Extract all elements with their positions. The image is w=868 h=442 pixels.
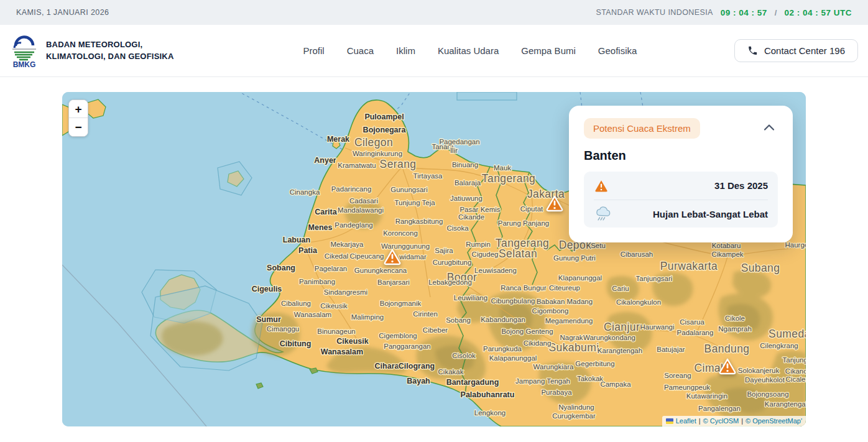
nav-profil[interactable]: Profil [303, 45, 325, 56]
map-label: Cipeucang [350, 252, 384, 260]
cyclosm-link[interactable]: © CyclOSM [703, 417, 739, 425]
region-title: Banten [584, 149, 778, 163]
map-attribution: Leaflet | © CyclOSM | © OpenStreetMap' [662, 416, 806, 426]
map-label: Sumur [256, 315, 281, 324]
map-label: Waringinkurung [353, 150, 402, 157]
map-label: Bantargadung [446, 378, 499, 387]
map-label: Babakan Madang [537, 298, 593, 305]
warning-condition: Hujan Lebat-Sangat Lebat [653, 209, 768, 219]
map-label: Pagelaran [315, 265, 347, 272]
map-label: Sobang [267, 264, 295, 272]
map-label: Rangkasbitung [395, 218, 443, 225]
map-label: Tirtayasa [413, 172, 443, 180]
map-label: Bojongsoang [747, 390, 788, 398]
map-label: Megamendung [545, 317, 593, 325]
contact-label: Contact Center 196 [764, 45, 845, 56]
map-label: Sumedang [769, 328, 806, 340]
map-label: Lengkong [474, 409, 506, 417]
map-label: Leuwisadeng [474, 267, 517, 274]
map-label: Haurgeulis [785, 241, 806, 249]
map-label: Purabaya [541, 389, 572, 396]
map-label: Menes [308, 223, 333, 232]
map-label: Warungkiara [533, 363, 574, 371]
map-label: Kalapanunggal [489, 354, 537, 362]
map-label: Patia [298, 246, 318, 255]
map-label: Mauk [494, 164, 511, 172]
weather-map[interactable]: CilegonSerangTangerangJakartaTangerangSe… [62, 92, 806, 426]
map-label: Cibaliung [281, 300, 311, 307]
map-label: Panggarangan [384, 343, 430, 350]
map-label: Cikole [725, 315, 745, 322]
bmkg-page: KAMIS, 1 JANUARI 2026 STANDAR WAKTU INDO… [0, 0, 868, 442]
leaflet-link[interactable]: Leaflet [676, 417, 696, 425]
map-label: Ciputat [520, 205, 543, 213]
map-label: Padarincang [331, 185, 372, 193]
zoom-out-button[interactable]: − [69, 118, 88, 136]
map-label: Sobang [446, 316, 471, 324]
map-label: Cisoka [446, 224, 469, 232]
warning-panel: 31 Des 2025 Hujan Lebat-Sangat Lebat [584, 172, 778, 228]
map-label: Ngamprah [718, 325, 752, 333]
warning-condition-row: Hujan Lebat-Sangat Lebat [594, 200, 768, 228]
map-zoom-control: + − [68, 99, 88, 137]
nav-geofisika[interactable]: Geofisika [598, 45, 637, 56]
map-label: Gunungkencana [354, 267, 407, 274]
map-label: Gunungsari [390, 186, 427, 193]
brand-line2: KLIMATOLOGI, DAN GEOFISIKA [46, 51, 174, 62]
map-label: Kabandungan [481, 316, 525, 323]
map-label: Cikedal [325, 252, 348, 260]
map-label: Jatiuwung [450, 195, 482, 202]
card-badge: Potensi Cuaca Ekstrem [584, 118, 700, 139]
zoom-in-button[interactable]: + [69, 100, 88, 118]
warning-date-row: 31 Des 2025 [594, 172, 768, 200]
map-label: Cisolok [452, 352, 476, 359]
map-label: Jampang Tengah [515, 377, 570, 385]
map-label: Cisarua [680, 318, 704, 326]
chevron-up-icon [763, 123, 775, 132]
map-label: Palabuhanratu [461, 390, 515, 399]
collapse-card-button[interactable] [760, 121, 778, 136]
ukraine-flag-icon [666, 418, 673, 424]
map-label: Soreang [664, 372, 691, 379]
brand: BMKG BADAN METEOROLOGI, KLIMATOLOGI, DAN… [9, 34, 174, 68]
phone-icon [747, 45, 758, 56]
map-label: Parungkuda [483, 345, 522, 352]
nav-kualitas-udara[interactable]: Kualitas Udara [438, 45, 499, 56]
map-label: Cilegon [354, 136, 393, 149]
map-label: Cihara [375, 362, 400, 371]
extreme-weather-card: Potensi Cuaca Ekstrem Banten 31 Des 2025 [569, 106, 793, 242]
map-label: Bojongmanik [380, 300, 422, 307]
map-label: Klapanunggal [558, 274, 602, 282]
nav-cuaca[interactable]: Cuaca [347, 45, 374, 56]
map-label: Cigudeg [472, 251, 499, 258]
map-label: Karangtengah [765, 400, 806, 408]
time-standard-label: STANDAR WAKTU INDONESIA [596, 8, 713, 17]
map-label: Kotabaru [712, 242, 741, 249]
nav-gempa-bumi[interactable]: Gempa Bumi [521, 45, 576, 56]
site-header: BMKG BADAN METEOROLOGI, KLIMATOLOGI, DAN… [0, 25, 868, 77]
map-label: Batujajar [657, 346, 685, 353]
map-label: Cilograng [399, 362, 435, 371]
map-label: Rumpin [466, 241, 491, 248]
map-label: Cinangka [290, 188, 320, 196]
map-label: Pagedangan [439, 138, 479, 145]
map-label: Binunageun [317, 328, 355, 335]
map-label: Cimanggu [267, 325, 299, 333]
map-label: Banjarsari [377, 279, 410, 286]
map-label: Dayeuhkolot [745, 376, 785, 384]
warning-date: 31 Des 2025 [714, 180, 768, 191]
map-label: Cibitung [280, 339, 312, 348]
map-label: Cirinten [413, 310, 438, 318]
map-label: Kutawaringin [686, 392, 727, 400]
map-label: Merak [327, 135, 349, 144]
map-label: Bojong Genteng [501, 328, 553, 335]
map-label: Mekarjaya [330, 241, 364, 248]
map-label: Cibungbulang [491, 297, 535, 305]
map-label: Haurwangi [640, 323, 675, 331]
map-label: Leuwiliang [454, 294, 487, 302]
osm-link[interactable]: © OpenStreetMap' [746, 417, 802, 425]
contact-center-button[interactable]: Contact Center 196 [734, 39, 858, 62]
local-time: 09 : 04 : 57 [721, 8, 767, 17]
nav-iklim[interactable]: Iklim [396, 45, 415, 56]
map-label: Cibarusah [621, 251, 653, 258]
